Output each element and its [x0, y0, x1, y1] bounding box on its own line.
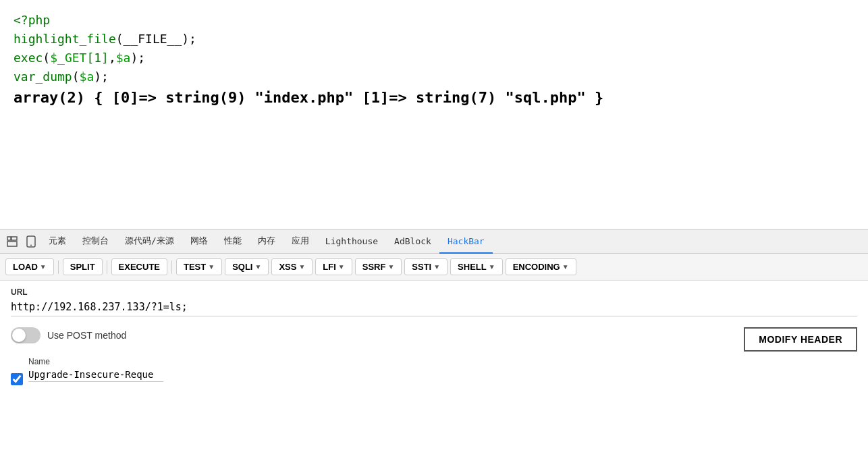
tab-application[interactable]: 应用: [283, 229, 317, 254]
header-checkbox-wrap: [11, 373, 23, 385]
load-chevron: ▼: [40, 263, 47, 271]
header-checkbox[interactable]: [11, 373, 23, 385]
tab-performance[interactable]: 性能: [216, 229, 250, 254]
lfi-chevron: ▼: [338, 263, 345, 271]
post-method-label: Use POST method: [47, 330, 126, 341]
test-button[interactable]: TEST ▼: [176, 258, 222, 275]
code-line-3: exec($_GET[1],$a);: [13, 49, 855, 67]
toolbar-divider-2: [107, 260, 107, 274]
exec-fn: exec: [13, 51, 43, 65]
inspect-icon[interactable]: [3, 232, 22, 251]
xss-button[interactable]: XSS ▼: [271, 258, 313, 275]
hackbar-toolbar: LOAD ▼ SPLIT EXECUTE TEST ▼ SQLI ▼ XSS ▼…: [0, 254, 868, 281]
split-button[interactable]: SPLIT: [63, 258, 103, 275]
code-area: <?php highlight_file(__FILE__); exec($_G…: [0, 0, 868, 229]
test-chevron: ▼: [208, 263, 215, 271]
execute-button[interactable]: EXECUTE: [111, 258, 167, 275]
tab-console[interactable]: 控制台: [74, 229, 117, 254]
tab-network[interactable]: 网络: [182, 229, 216, 254]
vardump-fn: var_dump: [13, 69, 72, 84]
php-open-tag: <?php: [13, 13, 50, 27]
tab-lighthouse[interactable]: Lighthouse: [317, 229, 386, 254]
toolbar-divider-1: [58, 260, 59, 274]
output-line: array(2) { [0]=> string(9) "index.php" […: [13, 86, 855, 109]
url-label: URL: [11, 287, 857, 297]
tab-elements[interactable]: 元素: [40, 229, 74, 254]
toggle-knob: [12, 329, 26, 342]
svg-point-4: [30, 245, 32, 246]
url-input[interactable]: [11, 298, 857, 316]
tab-source[interactable]: 源代码/来源: [117, 229, 182, 254]
shell-button[interactable]: SHELL ▼: [450, 258, 503, 275]
ssti-chevron: ▼: [433, 263, 440, 271]
svg-rect-1: [11, 237, 17, 240]
tab-hackbar[interactable]: HackBar: [439, 229, 493, 254]
sqli-chevron: ▼: [254, 263, 261, 271]
svg-rect-0: [7, 237, 11, 240]
code-line-2: highlight_file(__FILE__);: [13, 30, 855, 49]
modify-header-button[interactable]: MODIFY HEADER: [744, 327, 857, 352]
xss-chevron: ▼: [298, 263, 305, 271]
sqli-button[interactable]: SQLI ▼: [225, 258, 269, 275]
bottom-controls: Use POST method MODIFY HEADER: [0, 319, 868, 352]
url-area: URL: [0, 281, 868, 319]
tab-adblock[interactable]: AdBlock: [386, 229, 439, 254]
header-name-value: Upgrade-Insecure-Reque: [28, 368, 163, 382]
lfi-button[interactable]: LFI ▼: [315, 258, 352, 275]
header-name-area: Name Upgrade-Insecure-Reque: [0, 352, 868, 385]
device-icon[interactable]: [22, 232, 40, 251]
svg-rect-2: [7, 242, 17, 246]
header-name-label: Name: [28, 357, 163, 366]
ssrf-button[interactable]: SSRF ▼: [355, 258, 402, 275]
header-name-col: Name Upgrade-Insecure-Reque: [28, 357, 163, 382]
devtools-tabbar: 元素 控制台 源代码/来源 网络 性能 内存 应用 Lighthouse AdB…: [0, 229, 868, 254]
post-method-toggle[interactable]: [11, 327, 40, 343]
post-toggle-area: Use POST method: [11, 327, 126, 343]
tab-memory[interactable]: 内存: [250, 229, 283, 254]
code-line-4: var_dump($a);: [13, 67, 855, 86]
shell-chevron: ▼: [489, 263, 495, 271]
ssti-button[interactable]: SSTI ▼: [404, 258, 447, 275]
highlight-file-fn: highlight_file: [13, 32, 116, 46]
ssrf-chevron: ▼: [387, 263, 394, 271]
load-button[interactable]: LOAD ▼: [5, 258, 54, 275]
encoding-chevron: ▼: [562, 263, 569, 271]
toolbar-divider-3: [171, 260, 172, 274]
encoding-button[interactable]: ENCODING ▼: [506, 258, 576, 275]
code-line-1: <?php: [13, 11, 855, 30]
